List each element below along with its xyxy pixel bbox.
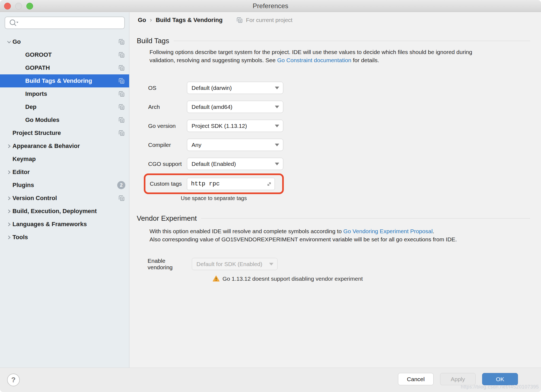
preferences-window: Preferences Go	[0, 0, 541, 392]
go-constraint-documentation-link[interactable]: Go Constraint documentation	[277, 57, 351, 63]
build-tags-description: Following options describe target system…	[149, 48, 526, 64]
cgo-support-select[interactable]: Default (Enabled)	[187, 158, 283, 170]
window-title: Preferences	[253, 2, 288, 10]
arch-row: Arch Default (amd64)	[148, 101, 283, 113]
custom-tags-input[interactable]: http rpc	[187, 178, 275, 190]
chevron-right-icon[interactable]	[7, 196, 12, 201]
vendor-experiment-section-header: Vendor Experiment	[137, 214, 530, 223]
vendoring-warning: Go 1.13.12 doesnt support disabling vend…	[212, 275, 363, 282]
chevron-right-icon[interactable]	[7, 170, 12, 175]
chevron-down-icon	[275, 87, 279, 89]
breadcrumb-current: Build Tags & Vendoring	[156, 17, 223, 24]
section-title: Vendor Experiment	[137, 214, 197, 223]
per-project-icon	[118, 51, 125, 58]
watermark: https://blog.csdn.net/f4520107395	[461, 384, 539, 390]
sidebar-item-appearance-behavior[interactable]: Appearance & Behavior	[0, 140, 129, 153]
custom-tags-label: Custom tags	[150, 181, 187, 187]
cancel-button[interactable]: Cancel	[398, 373, 434, 385]
sidebar-item-tools[interactable]: Tools	[0, 231, 129, 244]
sidebar-item-editor[interactable]: Editor	[0, 166, 129, 179]
vendor-experiment-description: With this option enabled IDE will resolv…	[149, 227, 526, 244]
sidebar-item-go[interactable]: Go	[0, 35, 129, 48]
chevron-down-icon[interactable]	[7, 39, 12, 45]
per-project-icon	[118, 38, 125, 45]
chevron-right-icon[interactable]	[7, 144, 12, 149]
enable-vendoring-label: Enable vendoring	[148, 258, 192, 271]
sidebar-item-project-structure[interactable]: Project Structure	[0, 127, 129, 140]
chevron-down-icon	[275, 163, 279, 165]
minimize-button	[15, 3, 22, 10]
os-row: OS Default (darwin)	[148, 82, 283, 94]
cgo-support-label: CGO support	[148, 161, 187, 167]
per-project-icon	[118, 195, 125, 202]
section-divider	[174, 41, 530, 41]
per-project-icon	[118, 129, 125, 137]
enable-vendoring-select: Default for SDK (Enabled)	[192, 258, 278, 270]
section-divider	[201, 218, 530, 219]
scope-label: For current project	[236, 17, 292, 24]
settings-content: Go › Build Tags & Vendoring For current …	[130, 12, 541, 368]
sidebar-item-keymap[interactable]: Keymap	[0, 153, 129, 166]
sidebar-item-dep[interactable]: Dep	[0, 100, 129, 113]
custom-tags-hint: Use space to separate tags	[144, 195, 284, 201]
cgo-support-row: CGO support Default (Enabled)	[148, 158, 283, 170]
per-project-icon	[118, 90, 125, 97]
zoom-button[interactable]	[26, 3, 33, 10]
per-project-icon	[118, 103, 125, 110]
ok-button[interactable]: OK	[482, 373, 518, 385]
chevron-right-icon[interactable]	[7, 235, 12, 240]
chevron-down-icon	[275, 106, 279, 108]
settings-sidebar: Go GOROOT GOPATH	[0, 12, 129, 368]
dialog-footer: ? Cancel Apply OK https://blog.csdn.net/…	[0, 368, 541, 392]
enable-vendoring-row: Enable vendoring Default for SDK (Enable…	[148, 258, 278, 270]
per-project-icon	[118, 116, 125, 124]
sidebar-item-imports[interactable]: Imports	[0, 87, 129, 100]
sidebar-item-go-modules[interactable]: Go Modules	[0, 113, 129, 127]
os-label: OS	[148, 85, 187, 91]
section-title: Build Tags	[137, 37, 169, 45]
per-project-icon	[118, 77, 125, 84]
plugins-count-badge: 2	[117, 181, 125, 189]
compiler-label: Compiler	[148, 142, 187, 148]
chevron-right-icon[interactable]	[7, 222, 12, 227]
build-tags-section-header: Build Tags	[137, 37, 530, 45]
os-select[interactable]: Default (darwin)	[187, 82, 283, 94]
sidebar-item-gopath[interactable]: GOPATH	[0, 61, 129, 74]
per-project-icon	[118, 64, 125, 71]
sidebar-item-build-execution-deployment[interactable]: Build, Execution, Deployment	[0, 205, 129, 218]
search-input[interactable]	[5, 17, 125, 29]
sidebar-item-version-control[interactable]: Version Control	[0, 192, 129, 205]
chevron-down-icon	[269, 263, 273, 265]
sidebar-item-build-tags-vendoring[interactable]: Build Tags & Vendoring	[0, 74, 129, 87]
title-bar: Preferences	[0, 0, 541, 12]
chevron-down-icon	[275, 125, 279, 127]
compiler-select[interactable]: Any	[187, 139, 283, 151]
arch-select[interactable]: Default (amd64)	[187, 101, 283, 113]
compiler-row: Compiler Any	[148, 139, 283, 151]
breadcrumb-parent[interactable]: Go	[138, 17, 146, 24]
chevron-down-icon	[275, 144, 279, 146]
help-button[interactable]: ?	[7, 374, 20, 386]
breadcrumb: Go › Build Tags & Vendoring For current …	[138, 17, 292, 24]
chevron-right-icon[interactable]	[7, 209, 12, 214]
go-version-select[interactable]: Project SDK (1.13.12)	[187, 120, 283, 132]
go-vendoring-experiment-proposal-link[interactable]: Go Vendoring Experiment Proposal	[343, 228, 432, 234]
per-project-icon	[236, 17, 243, 24]
search-icon	[9, 19, 18, 27]
close-button[interactable]	[4, 3, 11, 10]
expand-icon[interactable]	[266, 181, 272, 187]
sidebar-item-goroot[interactable]: GOROOT	[0, 48, 129, 61]
warning-icon	[212, 275, 220, 282]
apply-button: Apply	[440, 373, 476, 385]
chevron-right-icon: ›	[150, 17, 152, 24]
settings-tree: Go GOROOT GOPATH	[0, 35, 129, 244]
arch-label: Arch	[148, 104, 187, 110]
custom-tags-annotation-highlight: Custom tags http rpc	[144, 173, 284, 194]
go-version-label: Go version	[148, 123, 187, 129]
sidebar-item-plugins[interactable]: Plugins 2	[0, 179, 129, 192]
go-version-row: Go version Project SDK (1.13.12)	[148, 120, 283, 132]
sidebar-item-languages-frameworks[interactable]: Languages & Frameworks	[0, 218, 129, 231]
